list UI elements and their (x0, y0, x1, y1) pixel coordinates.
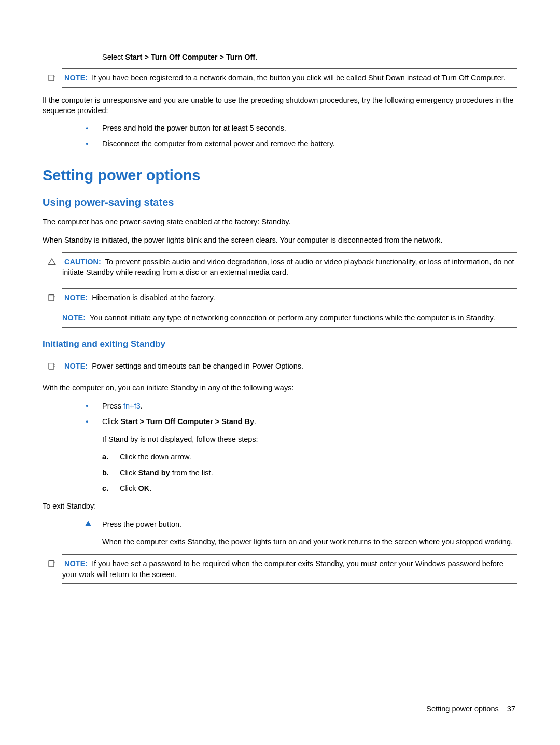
caution-icon (48, 257, 57, 267)
step-bold: Stand by (138, 469, 170, 477)
note-label: NOTE: (62, 314, 86, 322)
caution-text: To prevent possible audio and video degr… (62, 258, 514, 276)
list-item: Press fn+f3. (102, 401, 517, 411)
note-icon (48, 361, 57, 371)
note-text: You cannot initiate any type of networki… (90, 314, 495, 322)
note-label: NOTE: (64, 362, 88, 370)
note-power-options-box: NOTE: Power settings and timeouts can be… (62, 357, 517, 375)
heading-setting-power: Setting power options (43, 165, 517, 186)
step-post: from the list. (170, 469, 213, 477)
exit-list: Press the power button. When the compute… (102, 519, 517, 547)
step-marker: c. (102, 483, 108, 494)
svg-rect-0 (49, 75, 54, 81)
exit-step: Press the power button. When the compute… (102, 519, 517, 547)
para-exit-result: When the computer exits Standby, the pow… (102, 537, 517, 547)
step-text: Click the down arrow. (120, 453, 191, 461)
heading-using-states: Using power-saving states (43, 195, 517, 209)
note-label: NOTE: (64, 293, 88, 302)
footer-section: Setting power options (426, 705, 498, 713)
note-label: NOTE: (64, 74, 88, 82)
note-icon (48, 73, 57, 83)
svg-rect-2 (49, 363, 54, 369)
click-pre: Click (102, 417, 120, 426)
emergency-list: Press and hold the power button for at l… (102, 123, 517, 149)
note-icon (48, 558, 57, 569)
click-path: Start > Turn Off Computer > Stand By (120, 417, 254, 426)
svg-rect-3 (49, 561, 54, 567)
note-text: Power settings and timeouts can be chang… (92, 362, 303, 370)
triangle-icon (85, 521, 91, 526)
heading-initiating-standby: Initiating and exiting Standby (43, 338, 517, 350)
select-path: Start > Turn Off Computer > Turn Off (125, 53, 255, 61)
note-hibernation-box: NOTE: Hibernation is disabled at the fac… (62, 288, 517, 328)
click-post: . (254, 417, 256, 426)
footer-page-number: 37 (507, 705, 515, 713)
step-pre: Click (120, 469, 138, 477)
caution-box: CAUTION: To prevent possible audio and v… (62, 252, 517, 282)
note-text: Hibernation is disabled at the factory. (92, 293, 215, 302)
note-password-box: NOTE: If you have set a password to be r… (62, 554, 517, 584)
para-initiated: When Standby is initiated, the power lig… (43, 235, 517, 245)
press-post: . (141, 402, 143, 410)
step-item: c. Click OK. (120, 483, 517, 494)
list-item: Click Start > Turn Off Computer > Stand … (102, 416, 517, 494)
initiate-list: Press fn+f3. Click Start > Turn Off Comp… (102, 401, 517, 494)
select-line: Select Start > Turn Off Computer > Turn … (102, 52, 517, 62)
para-factory: The computer has one power-saving state … (43, 217, 517, 227)
para-unresponsive: If the computer is unresponsive and you … (43, 95, 517, 116)
note-text: If you have set a password to be require… (62, 559, 503, 578)
select-prefix: Select (102, 53, 125, 61)
note-label: NOTE: (64, 559, 88, 568)
svg-rect-1 (49, 294, 54, 300)
note-standby-network: NOTE: You cannot initiate any type of ne… (62, 308, 517, 323)
page-footer: Setting power options 37 (426, 704, 515, 714)
hotkey-fn-f3: fn+f3 (123, 402, 141, 410)
list-item: Disconnect the computer from external po… (102, 138, 517, 149)
select-suffix: . (255, 53, 257, 61)
note-text: If you have been registered to a network… (92, 74, 506, 82)
caution-label: CAUTION: (64, 258, 101, 266)
note-domain-box: NOTE: If you have been registered to a n… (62, 68, 517, 87)
steps-list: a. Click the down arrow. b. Click Stand … (120, 452, 517, 494)
step-post: . (149, 484, 151, 493)
exit-text: Press the power button. (102, 520, 181, 528)
step-pre: Click (120, 484, 138, 493)
para-if-not-displayed: If Stand by is not displayed, follow the… (102, 434, 517, 444)
para-to-exit: To exit Standby: (43, 501, 517, 511)
step-marker: a. (102, 452, 108, 462)
para-with-on: With the computer on, you can initiate S… (43, 383, 517, 393)
press-pre: Press (102, 402, 123, 410)
step-item: a. Click the down arrow. (120, 452, 517, 462)
step-bold: OK (138, 484, 149, 493)
list-item: Press and hold the power button for at l… (102, 123, 517, 133)
step-item: b. Click Stand by from the list. (120, 468, 517, 478)
note-icon (48, 292, 57, 303)
step-marker: b. (102, 468, 109, 478)
